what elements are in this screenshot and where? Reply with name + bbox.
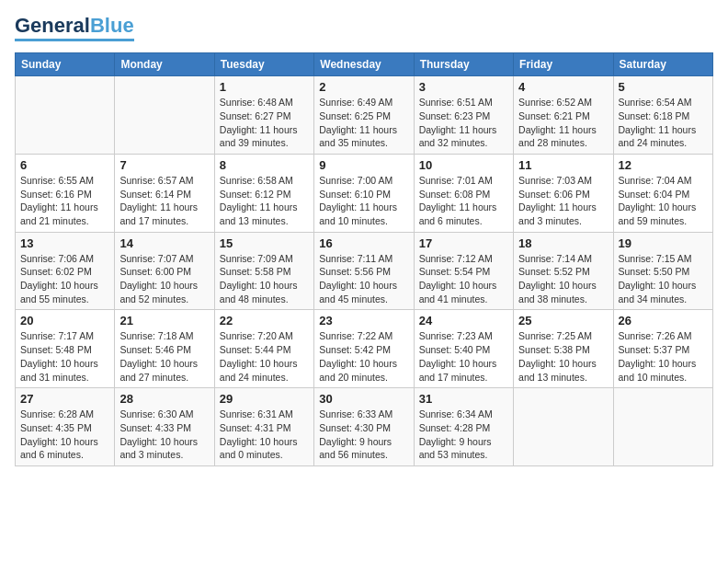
day-number: 31 (419, 392, 508, 406)
calendar-cell: 25Sunrise: 7:25 AM Sunset: 5:38 PM Dayli… (514, 310, 613, 388)
day-number: 11 (518, 158, 608, 172)
day-number: 5 (619, 80, 708, 94)
day-info: Sunrise: 6:57 AM Sunset: 6:14 PM Dayligh… (119, 174, 209, 228)
calendar-cell: 26Sunrise: 7:26 AM Sunset: 5:37 PM Dayli… (613, 310, 712, 388)
day-info: Sunrise: 7:04 AM Sunset: 6:04 PM Dayligh… (619, 174, 708, 228)
day-number: 17 (419, 236, 508, 250)
calendar-week-4: 20Sunrise: 7:17 AM Sunset: 5:48 PM Dayli… (16, 310, 713, 388)
calendar-cell: 19Sunrise: 7:15 AM Sunset: 5:50 PM Dayli… (613, 232, 712, 310)
calendar-cell: 7Sunrise: 6:57 AM Sunset: 6:14 PM Daylig… (115, 154, 214, 232)
calendar-cell (514, 388, 613, 466)
day-number: 18 (518, 236, 608, 250)
calendar-cell (613, 388, 712, 466)
day-number: 4 (518, 80, 608, 94)
calendar-cell: 20Sunrise: 7:17 AM Sunset: 5:48 PM Dayli… (16, 310, 115, 388)
page-header: GeneralBlue (15, 15, 713, 41)
day-info: Sunrise: 7:03 AM Sunset: 6:06 PM Dayligh… (518, 174, 608, 228)
day-info: Sunrise: 6:48 AM Sunset: 6:27 PM Dayligh… (220, 96, 309, 150)
day-info: Sunrise: 7:14 AM Sunset: 5:52 PM Dayligh… (518, 252, 608, 306)
calendar-week-2: 6Sunrise: 6:55 AM Sunset: 6:16 PM Daylig… (16, 154, 713, 232)
day-number: 27 (20, 392, 109, 406)
calendar-cell: 29Sunrise: 6:31 AM Sunset: 4:31 PM Dayli… (214, 388, 313, 466)
day-info: Sunrise: 7:00 AM Sunset: 6:10 PM Dayligh… (319, 174, 408, 228)
day-info: Sunrise: 7:22 AM Sunset: 5:42 PM Dayligh… (319, 329, 408, 384)
day-info: Sunrise: 7:06 AM Sunset: 6:02 PM Dayligh… (20, 252, 109, 306)
calendar-cell: 8Sunrise: 6:58 AM Sunset: 6:12 PM Daylig… (214, 154, 313, 232)
day-number: 22 (220, 314, 309, 327)
calendar-cell: 18Sunrise: 7:14 AM Sunset: 5:52 PM Dayli… (514, 232, 613, 310)
day-number: 14 (119, 236, 209, 250)
calendar-cell: 17Sunrise: 7:12 AM Sunset: 5:54 PM Dayli… (414, 232, 513, 310)
day-info: Sunrise: 6:34 AM Sunset: 4:28 PM Dayligh… (419, 408, 508, 462)
day-info: Sunrise: 6:28 AM Sunset: 4:35 PM Dayligh… (20, 408, 109, 462)
day-info: Sunrise: 6:30 AM Sunset: 4:33 PM Dayligh… (119, 408, 209, 462)
calendar-week-1: 1Sunrise: 6:48 AM Sunset: 6:27 PM Daylig… (16, 76, 713, 155)
weekday-header-thursday: Thursday (414, 53, 513, 76)
day-info: Sunrise: 7:18 AM Sunset: 5:46 PM Dayligh… (119, 329, 209, 384)
calendar-cell: 11Sunrise: 7:03 AM Sunset: 6:06 PM Dayli… (514, 154, 613, 232)
day-number: 30 (319, 392, 408, 406)
day-info: Sunrise: 7:11 AM Sunset: 5:56 PM Dayligh… (319, 252, 408, 306)
calendar-cell: 23Sunrise: 7:22 AM Sunset: 5:42 PM Dayli… (314, 310, 414, 388)
calendar-cell: 14Sunrise: 7:07 AM Sunset: 6:00 PM Dayli… (115, 232, 214, 310)
calendar-cell: 31Sunrise: 6:34 AM Sunset: 4:28 PM Dayli… (414, 388, 513, 466)
day-number: 6 (20, 158, 109, 172)
calendar-cell: 30Sunrise: 6:33 AM Sunset: 4:30 PM Dayli… (314, 388, 414, 466)
calendar-cell: 12Sunrise: 7:04 AM Sunset: 6:04 PM Dayli… (613, 154, 712, 232)
weekday-header-row: SundayMondayTuesdayWednesdayThursdayFrid… (16, 53, 713, 76)
calendar-cell: 2Sunrise: 6:49 AM Sunset: 6:25 PM Daylig… (314, 76, 414, 155)
day-info: Sunrise: 7:17 AM Sunset: 5:48 PM Dayligh… (20, 329, 109, 384)
calendar-cell: 4Sunrise: 6:52 AM Sunset: 6:21 PM Daylig… (514, 76, 613, 155)
calendar-week-3: 13Sunrise: 7:06 AM Sunset: 6:02 PM Dayli… (16, 232, 713, 310)
logo-underline (15, 39, 134, 41)
day-info: Sunrise: 6:49 AM Sunset: 6:25 PM Dayligh… (319, 96, 408, 150)
calendar-cell: 1Sunrise: 6:48 AM Sunset: 6:27 PM Daylig… (214, 76, 313, 155)
day-info: Sunrise: 7:07 AM Sunset: 6:00 PM Dayligh… (119, 252, 209, 306)
day-info: Sunrise: 7:23 AM Sunset: 5:40 PM Dayligh… (419, 329, 508, 384)
calendar-cell: 22Sunrise: 7:20 AM Sunset: 5:44 PM Dayli… (214, 310, 313, 388)
calendar-cell: 24Sunrise: 7:23 AM Sunset: 5:40 PM Dayli… (414, 310, 513, 388)
day-info: Sunrise: 6:54 AM Sunset: 6:18 PM Dayligh… (619, 96, 708, 150)
day-number: 13 (20, 236, 109, 250)
day-info: Sunrise: 7:01 AM Sunset: 6:08 PM Dayligh… (419, 174, 508, 228)
logo-general: General (15, 14, 90, 37)
calendar-cell: 28Sunrise: 6:30 AM Sunset: 4:33 PM Dayli… (115, 388, 214, 466)
weekday-header-wednesday: Wednesday (314, 53, 414, 76)
calendar-cell (16, 76, 115, 155)
day-number: 26 (619, 314, 708, 327)
day-info: Sunrise: 6:33 AM Sunset: 4:30 PM Dayligh… (319, 408, 408, 462)
calendar-cell: 5Sunrise: 6:54 AM Sunset: 6:18 PM Daylig… (613, 76, 712, 155)
day-number: 24 (419, 314, 508, 327)
calendar-cell: 16Sunrise: 7:11 AM Sunset: 5:56 PM Dayli… (314, 232, 414, 310)
day-number: 8 (220, 158, 309, 172)
calendar-cell: 9Sunrise: 7:00 AM Sunset: 6:10 PM Daylig… (314, 154, 414, 232)
day-number: 21 (119, 314, 209, 327)
calendar-cell: 10Sunrise: 7:01 AM Sunset: 6:08 PM Dayli… (414, 154, 513, 232)
day-info: Sunrise: 6:55 AM Sunset: 6:16 PM Dayligh… (20, 174, 109, 228)
weekday-header-saturday: Saturday (613, 53, 712, 76)
day-info: Sunrise: 7:20 AM Sunset: 5:44 PM Dayligh… (220, 329, 309, 384)
day-number: 9 (319, 158, 408, 172)
calendar-cell: 15Sunrise: 7:09 AM Sunset: 5:58 PM Dayli… (214, 232, 313, 310)
day-info: Sunrise: 6:58 AM Sunset: 6:12 PM Dayligh… (220, 174, 309, 228)
day-number: 19 (619, 236, 708, 250)
day-number: 29 (220, 392, 309, 406)
calendar-table: SundayMondayTuesdayWednesdayThursdayFrid… (15, 52, 713, 466)
day-info: Sunrise: 6:52 AM Sunset: 6:21 PM Dayligh… (518, 96, 608, 150)
weekday-header-sunday: Sunday (16, 53, 115, 76)
calendar-cell: 21Sunrise: 7:18 AM Sunset: 5:46 PM Dayli… (115, 310, 214, 388)
day-number: 1 (220, 80, 309, 94)
day-info: Sunrise: 7:26 AM Sunset: 5:37 PM Dayligh… (619, 329, 708, 384)
weekday-header-monday: Monday (115, 53, 214, 76)
day-info: Sunrise: 7:09 AM Sunset: 5:58 PM Dayligh… (220, 252, 309, 306)
day-number: 12 (619, 158, 708, 172)
day-number: 25 (518, 314, 608, 327)
day-info: Sunrise: 7:15 AM Sunset: 5:50 PM Dayligh… (619, 252, 708, 306)
calendar-cell (115, 76, 214, 155)
calendar-cell: 27Sunrise: 6:28 AM Sunset: 4:35 PM Dayli… (16, 388, 115, 466)
weekday-header-friday: Friday (514, 53, 613, 76)
day-info: Sunrise: 6:31 AM Sunset: 4:31 PM Dayligh… (220, 408, 309, 462)
day-number: 16 (319, 236, 408, 250)
calendar-cell: 3Sunrise: 6:51 AM Sunset: 6:23 PM Daylig… (414, 76, 513, 155)
day-number: 10 (419, 158, 508, 172)
